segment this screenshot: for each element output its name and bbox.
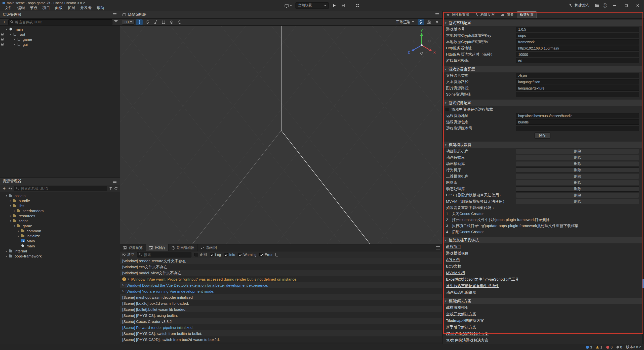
- dimension-toggle[interactable]: 3D: [122, 20, 135, 25]
- light-toggle-button[interactable]: [418, 19, 424, 25]
- scene-viewport[interactable]: Y X Z: [120, 26, 442, 244]
- property-input[interactable]: [516, 58, 639, 63]
- solution-link[interactable]: 3D角色扮演游戏解决方案: [446, 338, 489, 343]
- expander-icon[interactable]: [9, 218, 13, 223]
- tab-animation-editor[interactable]: 动画编辑器: [169, 244, 198, 251]
- hierarchy-search[interactable]: [8, 19, 112, 25]
- expander-icon[interactable]: [13, 223, 17, 228]
- solution-link[interactable]: 2D角色扮演游戏解决方案: [446, 331, 489, 336]
- delete-module-button[interactable]: 删除: [516, 155, 639, 160]
- menu-item[interactable]: 面板: [53, 5, 65, 10]
- scene-settings-button[interactable]: [434, 19, 440, 25]
- console-search-input[interactable]: [144, 253, 189, 257]
- checkbox-icon[interactable]: [194, 253, 198, 256]
- checkbox-icon[interactable]: [210, 253, 214, 256]
- property-input[interactable]: [516, 85, 639, 91]
- checkbox-icon[interactable]: [224, 253, 228, 256]
- filter-log[interactable]: Log: [210, 253, 221, 257]
- property-input[interactable]: [516, 46, 639, 51]
- info-count[interactable]: 3: [586, 345, 592, 349]
- solution-link[interactable]: 新手引导解决方案: [446, 325, 476, 330]
- expand-caret-icon[interactable]: [128, 277, 129, 281]
- property-input[interactable]: [516, 92, 639, 97]
- asset-node-row[interactable]: libs: [0, 203, 120, 208]
- preview-device-dropdown[interactable]: [283, 2, 294, 9]
- log-file-icon[interactable]: [275, 253, 278, 256]
- property-input[interactable]: [516, 73, 639, 78]
- asset-node-row[interactable]: resources: [0, 213, 120, 218]
- log-row[interactable]: [Window] model_view文件夹不存在: [120, 270, 442, 276]
- delete-module-button[interactable]: 删除: [516, 174, 639, 179]
- expander-icon[interactable]: [13, 37, 17, 42]
- doc-link[interactable]: 动画状态机编辑器: [446, 290, 476, 295]
- warning-count[interactable]: 1: [596, 345, 602, 349]
- section-multilanguage-config[interactable]: ▾ 游戏多语言配置: [442, 66, 642, 72]
- log-row[interactable]: [Scene] [PHYSICS2D]: switch from box2d-w…: [120, 336, 442, 342]
- scrollbar[interactable]: [642, 19, 644, 344]
- doc-link[interactable]: 教程项目: [446, 244, 461, 249]
- log-row[interactable]: [Window] Download the Vue Devtools exten…: [120, 282, 442, 288]
- save-button[interactable]: 保存: [534, 133, 550, 139]
- panel-menu-icon[interactable]: [113, 181, 116, 182]
- rect-tool-button[interactable]: [160, 19, 167, 25]
- scrollbar-thumb[interactable]: [642, 279, 644, 288]
- delete-module-button[interactable]: 删除: [516, 193, 639, 198]
- console-search[interactable]: [137, 252, 191, 257]
- minimize-button[interactable]: [609, 2, 620, 10]
- delete-module-button[interactable]: 删除: [516, 186, 639, 192]
- asset-node-row[interactable]: main: [0, 243, 120, 248]
- hierarchy-node-row[interactable]: gui: [0, 42, 120, 47]
- tab-property-inspector[interactable]: 属性检查器: [444, 12, 472, 18]
- sort-icon[interactable]: [8, 187, 12, 190]
- misc-count[interactable]: 0: [617, 345, 622, 349]
- maximize-button[interactable]: [621, 2, 631, 10]
- filter-warning[interactable]: Warning: [238, 253, 257, 257]
- expand-caret-icon[interactable]: [122, 289, 124, 293]
- solution-link[interactable]: 全栈开发解决方案: [446, 312, 476, 317]
- log-row[interactable]: [Window] render_texture文件夹不存在: [120, 258, 442, 264]
- panel-menu-icon[interactable]: [435, 15, 439, 15]
- hierarchy-node-row[interactable]: root: [0, 32, 120, 37]
- create-node-button[interactable]: +: [2, 20, 7, 24]
- delete-module-button[interactable]: 删除: [516, 180, 639, 185]
- error-count[interactable]: 0: [606, 345, 613, 349]
- scene-camera-button[interactable]: [426, 19, 432, 25]
- expander-icon[interactable]: [5, 27, 9, 32]
- render-mode-dropdown[interactable]: 正常渲染: [394, 20, 416, 24]
- log-row[interactable]: [Window] You are running Vue in developm…: [120, 288, 442, 294]
- expander-icon[interactable]: [9, 32, 13, 37]
- menu-item[interactable]: 扩展: [65, 5, 77, 10]
- assets-search-input[interactable]: [21, 187, 105, 191]
- log-row[interactable]: [Scene] Cocos Creator v3.8.2: [120, 318, 442, 324]
- create-asset-button[interactable]: +: [2, 186, 7, 191]
- doc-link[interactable]: 游戏模板项目: [446, 251, 469, 256]
- log-row[interactable]: [Scene] [bullet]:bullet wasm lib loaded.: [120, 306, 442, 312]
- log-row[interactable]: [Scene] [box2d]:box2d wasm lib loaded.: [120, 300, 442, 306]
- panel-menu-icon[interactable]: [113, 15, 116, 15]
- doc-link[interactable]: Excel格式转Json文件与TypeScript代码工具: [446, 277, 519, 282]
- filter-regex[interactable]: 正则: [194, 252, 207, 257]
- expander-icon[interactable]: [13, 208, 17, 213]
- menu-item[interactable]: 开发者: [78, 5, 94, 10]
- checkbox-icon[interactable]: [238, 253, 242, 256]
- asset-node-row[interactable]: oops-framework: [0, 253, 120, 258]
- expander-icon[interactable]: [9, 203, 13, 208]
- property-input[interactable]: [516, 33, 639, 38]
- menu-item[interactable]: 节点: [28, 5, 40, 10]
- hierarchy-node-row[interactable]: game: [0, 37, 120, 42]
- tab-framework-config[interactable]: 框架配置: [517, 12, 537, 18]
- property-input[interactable]: [516, 119, 639, 125]
- section-solutions[interactable]: ▾ 框架解决方案: [442, 298, 642, 304]
- lock-icon[interactable]: [0, 43, 5, 46]
- tab-service[interactable]: 服务: [498, 12, 516, 18]
- lock-icon[interactable]: [0, 33, 5, 35]
- play-button[interactable]: [331, 2, 338, 9]
- delete-module-button[interactable]: 删除: [516, 199, 639, 204]
- menu-item[interactable]: 项目: [40, 5, 52, 10]
- section-resource-config[interactable]: ▾ 游戏资源配置: [442, 100, 642, 106]
- axis-gizmo[interactable]: Y X Z: [407, 29, 437, 59]
- build-publish-button[interactable]: 构建发布: [566, 2, 592, 9]
- refresh-icon[interactable]: [114, 187, 118, 190]
- delete-module-button[interactable]: 删除: [516, 161, 639, 166]
- asset-node-row[interactable]: bundle: [0, 198, 120, 203]
